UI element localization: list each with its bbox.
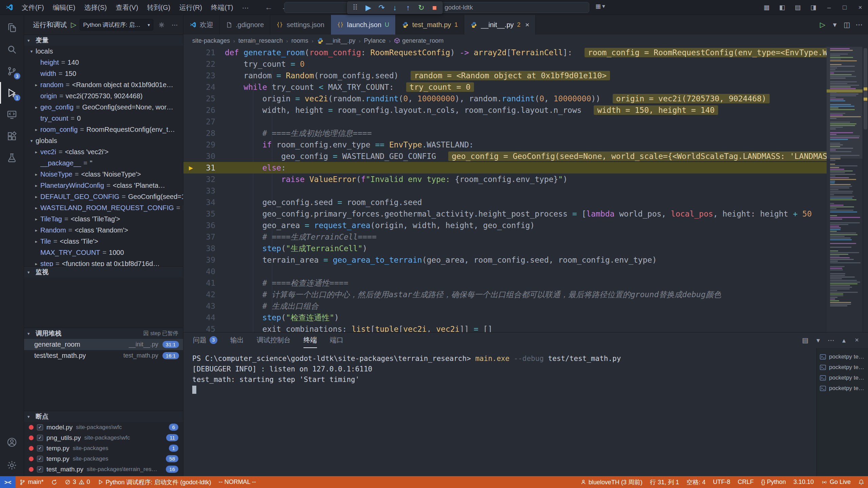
minimize-window[interactable]: – — [821, 0, 837, 15]
tab-.gdignore[interactable]: .gdignore — [220, 15, 270, 35]
chevron-down-icon[interactable]: ▾ — [812, 336, 825, 344]
gutter[interactable]: 33 — [183, 185, 225, 197]
chevron-right-icon[interactable]: ▸ — [32, 194, 40, 199]
code-line-34[interactable]: 34 geo_config.seed = room_config.seed — [183, 197, 827, 208]
panel-tab-调试控制台[interactable]: 调试控制台 — [257, 332, 291, 348]
variable-NoiseType[interactable]: ▸NoiseType=<class 'NoiseType'> — [24, 169, 183, 180]
gutter[interactable]: 40 — [183, 266, 225, 277]
gutter[interactable]: 24 — [183, 81, 225, 93]
variable-origin[interactable]: origin=vec2i(7205730, 9024468) — [24, 90, 183, 102]
debug-config-select[interactable]: Python 调试程序: 启… ▾ — [80, 19, 153, 30]
minimap[interactable] — [827, 47, 863, 332]
breakpoint-row-3[interactable]: ✓temp.pysite-packages58 — [24, 453, 183, 464]
command-center-extra[interactable]: ▦▾ — [595, 3, 605, 10]
variable-__package__[interactable]: __package__='' — [24, 158, 183, 169]
status-gitlens-blame[interactable]: blueloveTH (3 周前) — [577, 476, 646, 488]
run-python-file-icon[interactable]: ▷ — [816, 21, 829, 29]
variable-try_count[interactable]: try_count=0 — [24, 113, 183, 124]
code-line-23[interactable]: 23 random = Random(room_config.seed)rand… — [183, 70, 827, 81]
panel-tab-输出[interactable]: 输出 — [230, 332, 244, 348]
menu-item-2[interactable]: 选择(S) — [80, 2, 111, 13]
code-line-40[interactable]: 40 — [183, 266, 827, 277]
terminal-instance-1[interactable]: pocketpy te… — [817, 362, 868, 372]
breakpoint-checkbox[interactable]: ✓ — [37, 456, 43, 462]
gutter[interactable]: 34 — [183, 197, 225, 208]
status-git-branch[interactable]: main* — [16, 476, 47, 488]
toggle-sidebar-icon[interactable]: ◧ — [774, 0, 790, 15]
chevron-right-icon[interactable]: ▸ — [32, 228, 40, 233]
code-line-35[interactable]: 35 geo_config.primary_forces.geothermal_… — [183, 208, 827, 220]
sidebar-more-icon[interactable]: ⋯ — [170, 21, 180, 29]
close-window[interactable]: × — [852, 0, 868, 15]
code-line-36[interactable]: 36 geo_area = request_area(origin, width… — [183, 220, 827, 231]
code-line-45[interactable]: 45 exit_combinations: list[tuple[vec2i, … — [183, 323, 827, 332]
code-line-33[interactable]: 33 — [183, 185, 827, 197]
chevron-right-icon[interactable]: ▸ — [32, 149, 40, 155]
breadcrumb-item-site-packages[interactable]: site-packages — [192, 37, 230, 44]
gutter[interactable]: 28 — [183, 127, 225, 139]
variable-Random[interactable]: ▸Random=<class 'Random'> — [24, 225, 183, 236]
restart-button[interactable]: ↻ — [415, 2, 428, 13]
breadcrumb-item-__init__.py[interactable]: __init__.py — [317, 37, 355, 44]
stop-button[interactable]: ■ — [428, 2, 441, 13]
status-sync-changes[interactable] — [47, 476, 61, 488]
step-over-button[interactable]: ↷ — [375, 2, 388, 13]
menu-item-3[interactable]: 查看(V) — [111, 2, 143, 13]
chevron-right-icon[interactable]: ▸ — [32, 261, 40, 266]
terminal-instance-2[interactable]: pocketpy te… — [817, 372, 868, 383]
code-line-22[interactable]: 22 try_count = 0 — [183, 58, 827, 70]
menu-item-6[interactable]: 终端(T) — [206, 2, 238, 13]
variable-MAX_TRY_COUNT[interactable]: MAX_TRY_COUNT=1000 — [24, 247, 183, 258]
activity-remote-explorer[interactable] — [0, 104, 24, 125]
code-line-38[interactable]: 38 step("生成TerrainCell") — [183, 243, 827, 254]
editor-more-actions-icon[interactable]: ⋯ — [853, 21, 865, 29]
panel-layout-icon[interactable]: ▤ — [799, 336, 812, 344]
gutter[interactable]: 23 — [183, 70, 225, 81]
callstack-section-header[interactable]: ▾ 调用堆栈 因 step 已暂停 — [24, 328, 183, 339]
variable-WASTELAND_ROOM_REQUEST_CONFIG[interactable]: ▸WASTELAND_ROOM_REQUEST_CONFIG=RoomR… — [24, 202, 183, 214]
step-out-button[interactable]: ↑ — [402, 2, 414, 13]
variable-room_config[interactable]: ▸room_config=RoomRequestConfig(env_t… — [24, 124, 183, 135]
gutter[interactable]: 25 — [183, 93, 225, 104]
chevron-right-icon[interactable]: ▸ — [32, 172, 40, 177]
customize-layout-icon[interactable]: ▦ — [759, 0, 774, 15]
activity-run-and-debug[interactable]: 1 — [0, 82, 24, 104]
gutter[interactable]: 42 — [183, 289, 225, 300]
code-line-28[interactable]: 28 # ====生成初始地理信息==== — [183, 127, 827, 139]
gutter[interactable]: 32 — [183, 174, 225, 185]
gutter[interactable]: 44 — [183, 312, 225, 323]
chevron-right-icon[interactable]: ▸ — [32, 239, 40, 244]
tab-launch.json[interactable]: launch.jsonU — [331, 15, 396, 35]
gutter[interactable]: 27 — [183, 116, 225, 127]
code-line-31[interactable]: ▶31 else: — [183, 162, 827, 174]
code-line-42[interactable]: 42 # 计算每一个出口的中心，然后使用astar生成路径，确保每一个出口组合都… — [183, 289, 827, 300]
activity-search[interactable] — [0, 39, 24, 60]
maximize-panel-icon[interactable]: ▴ — [837, 336, 850, 344]
breadcrumb-item-rooms[interactable]: rooms — [291, 37, 308, 44]
code-line-24[interactable]: 24 while try_count < MAX_TRY_COUNT:try_c… — [183, 81, 827, 93]
variable-PlanetaryWindConfig[interactable]: ▸PlanetaryWindConfig=<class 'Planeta… — [24, 180, 183, 191]
nav-back-icon[interactable]: ← — [265, 3, 273, 12]
panel-tab-端口[interactable]: 端口 — [330, 332, 343, 348]
continue-button[interactable]: ▶ — [362, 2, 375, 13]
status-notifications[interactable] — [854, 476, 868, 488]
chevron-right-icon[interactable]: ▸ — [32, 183, 40, 188]
activity-source-control[interactable]: 3 — [0, 60, 24, 82]
terminal-instance-3[interactable]: pocketpy te… — [817, 383, 868, 393]
chevron-right-icon[interactable]: ▸ — [32, 205, 40, 210]
activity-settings[interactable] — [0, 454, 24, 476]
variable-geo_config[interactable]: ▸geo_config=GeoConfig(seed=None, wor… — [24, 102, 183, 113]
code-line-32[interactable]: 32 raise ValueError(f"Invalid env type: … — [183, 174, 827, 185]
gutter[interactable]: 45 — [183, 323, 225, 332]
menu-item-4[interactable]: 转到(G) — [143, 2, 175, 13]
chevron-right-icon[interactable]: ▸ — [32, 82, 40, 87]
variable-height[interactable]: height=140 — [24, 57, 183, 68]
variable-random[interactable]: ▸random=<Random object at 0x1bf9d01e… — [24, 79, 183, 90]
tab-settings.json[interactable]: settings.json — [270, 15, 331, 35]
scope-locals[interactable]: ▾locals — [24, 46, 183, 57]
chevron-right-icon[interactable]: ▸ — [32, 127, 40, 132]
panel-tab-终端[interactable]: 终端 — [303, 332, 317, 348]
activity-testing[interactable] — [0, 147, 24, 169]
code-line-26[interactable]: 26 width, height = room_config.layout.n_… — [183, 104, 827, 116]
breakpoints-section-header[interactable]: ▾ 断点 — [24, 411, 183, 422]
